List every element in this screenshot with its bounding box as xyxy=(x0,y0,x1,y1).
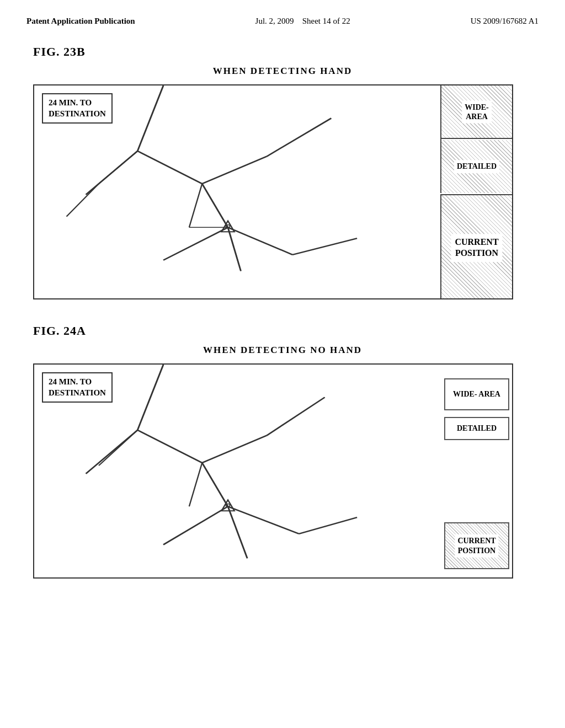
fig24a-destination-text: 24 MIN. TODESTINATION xyxy=(49,377,106,397)
figure-24a-section: FIG. 24A WHEN DETECTING NO HAND 24 MIN. … xyxy=(0,324,565,579)
svg-line-18 xyxy=(137,430,202,463)
svg-line-16 xyxy=(137,365,163,430)
fig23b-right-panel: WIDE- AREA DETAILED CURRENTPOSITION xyxy=(440,85,512,298)
svg-line-2 xyxy=(137,151,202,184)
header-publication-label: Patent Application Publication xyxy=(26,15,135,27)
svg-line-8 xyxy=(292,238,357,255)
svg-line-24 xyxy=(299,517,357,534)
fig23b-wide-area-label: WIDE- AREA xyxy=(462,100,492,123)
fig23b-info-box: 24 MIN. TODESTINATION xyxy=(42,93,113,124)
svg-line-4 xyxy=(266,118,331,156)
svg-line-7 xyxy=(228,227,292,254)
fig24a-map: 24 MIN. TODESTINATION WIDE- AREA xyxy=(33,363,513,579)
svg-line-12 xyxy=(189,184,202,227)
fig24a-caption: WHEN DETECTING NO HAND xyxy=(33,345,532,356)
header-date-sheet: Jul. 2, 2009 Sheet 14 of 22 xyxy=(255,15,350,27)
header-sheet: Sheet 14 of 22 xyxy=(302,17,350,25)
svg-line-5 xyxy=(202,184,228,227)
figure-23b-section: FIG. 23B WHEN DETECTING HAND 24 MIN. TOD… xyxy=(0,45,565,299)
fig24a-info-box: 24 MIN. TODESTINATION xyxy=(42,372,113,403)
svg-line-22 xyxy=(163,506,228,544)
svg-line-11 xyxy=(67,184,99,216)
svg-line-19 xyxy=(202,436,266,463)
svg-line-26 xyxy=(99,430,137,465)
svg-line-10 xyxy=(99,151,137,184)
fig24a-detailed-btn[interactable]: DETAILED xyxy=(444,417,509,440)
page-header: Patent Application Publication Jul. 2, 2… xyxy=(0,0,565,27)
fig23b-caption: WHEN DETECTING HAND xyxy=(33,66,532,77)
header-patent-number: US 2009/167682 A1 xyxy=(471,15,539,27)
svg-line-20 xyxy=(266,397,324,435)
svg-line-6 xyxy=(163,227,228,260)
fig23b-detailed-btn[interactable]: DETAILED xyxy=(441,140,512,193)
header-date: Jul. 2, 2009 xyxy=(255,17,294,25)
svg-line-27 xyxy=(189,463,202,506)
fig24a-wide-area-btn[interactable]: WIDE- AREA xyxy=(444,378,509,410)
fig23b-wide-area-btn[interactable]: WIDE- AREA xyxy=(441,85,512,139)
svg-line-25 xyxy=(228,506,247,558)
fig24a-current-position-btn[interactable]: CURRENTPOSITION xyxy=(444,522,509,569)
svg-line-21 xyxy=(202,463,228,506)
svg-line-0 xyxy=(137,85,163,151)
fig24a-wide-area-label: WIDE- AREA xyxy=(453,389,500,399)
fig24a-right-panel: WIDE- AREA DETAILED CURRENTPOSITION xyxy=(440,365,512,577)
svg-line-23 xyxy=(228,506,299,533)
fig24a-current-pos-label: CURRENTPOSITION xyxy=(455,534,498,557)
svg-line-3 xyxy=(202,157,266,184)
fig23b-detailed-label: DETAILED xyxy=(454,160,499,173)
fig23b-current-position-btn[interactable]: CURRENTPOSITION xyxy=(440,194,512,299)
svg-line-9 xyxy=(228,227,241,271)
fig23b-current-pos-label: CURRENTPOSITION xyxy=(451,234,502,263)
fig24a-label: FIG. 24A xyxy=(33,324,532,338)
fig23b-map: 24 MIN. TODESTINATION xyxy=(33,84,513,299)
fig23b-label: FIG. 23B xyxy=(33,45,532,59)
fig23b-destination-text: 24 MIN. TODESTINATION xyxy=(49,98,106,118)
fig24a-detailed-label: DETAILED xyxy=(457,424,497,433)
